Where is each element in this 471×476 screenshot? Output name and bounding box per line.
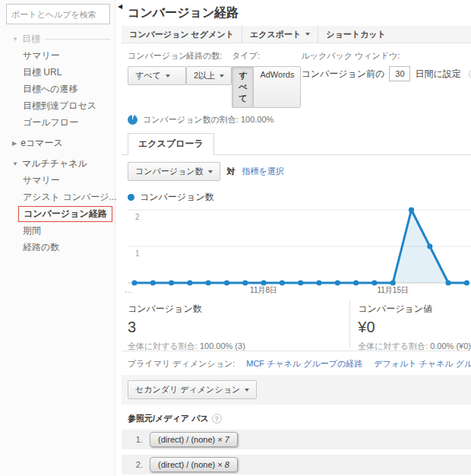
path-chip[interactable]: (direct) / (none) × 8 [150, 457, 238, 472]
secondary-dimension-dropdown[interactable]: セカンダリ ディメンション [128, 380, 257, 399]
svg-text:11月8日: 11月8日 [250, 286, 277, 294]
summary-value: 3 [128, 316, 349, 336]
dropdown-value: 2以上 [194, 70, 215, 81]
sidebar-item-time-lag[interactable]: 期間 [0, 222, 115, 239]
lookback-prefix: コンバージョン前の [301, 68, 384, 81]
row-index: 2. [131, 460, 143, 469]
conversions-line-chart[interactable]: 1211月8日11月15日… [122, 205, 471, 298]
path-label: (direct) / (none) [158, 435, 215, 444]
button-label: ショートカット [326, 29, 386, 40]
svg-text:2: 2 [135, 213, 140, 221]
dropdown-value: セカンダリ ディメンション [135, 384, 240, 395]
type-toggle-adwords[interactable]: AdWords [253, 66, 301, 108]
chevron-down-icon [166, 75, 170, 78]
sidebar-section-label: eコマース [21, 137, 63, 150]
chevron-down-icon [245, 389, 249, 392]
metric-selector-row: コンバージョン数 対 指標を選択 [122, 155, 471, 181]
summary-conversions: コンバージョン数 3 全体に対する割合: 100.00% (3) [122, 301, 349, 347]
metric-dropdown[interactable]: コンバージョン数 [128, 162, 220, 181]
sidebar-item-label: 目標への遷移 [23, 83, 78, 96]
pie-chart-icon [128, 115, 138, 125]
sidebar-item-label: 期間 [23, 224, 41, 237]
summary-conversion-value: コンバージョン値 ¥0 全体に対する割合: 0.00% (¥0) [349, 301, 471, 347]
dimension-mcf-channel-path[interactable]: MCF チャネル グループの経路 [246, 358, 362, 370]
tab-explorer[interactable]: エクスプローラ [128, 133, 214, 155]
secondary-dimension-bar: セカンダリ ディメンション [122, 375, 471, 405]
summary-row: コンバージョン数 3 全体に対する割合: 100.00% (3) コンバージョン… [122, 301, 471, 351]
report-sidebar: ▼ 目標 サマリー 目標 URL 目標への遷移 目標到達プロセス ゴールフロー … [0, 0, 115, 476]
dimension-default-channel-path[interactable]: デフォルト チャネル グループのパス [374, 358, 471, 370]
filters-bar: コンバージョン: すべて 経路の数: 2以上 タイプ: すべて AdWords [122, 43, 471, 108]
triangle-down-icon: ▼ [12, 36, 18, 43]
summary-label: コンバージョン数 [128, 301, 349, 316]
summary-label: コンバージョン値 [358, 301, 471, 316]
sidebar-item-label: ゴールフロー [23, 116, 78, 129]
chevron-down-icon [208, 170, 213, 173]
dropdown-value: コンバージョン数 [135, 166, 204, 177]
explorer-tabbar: エクスプローラ [122, 133, 471, 155]
share-value: 0.00% (¥0) [430, 341, 471, 351]
type-toggle-all[interactable]: すべて [232, 66, 253, 108]
page-title: コンバージョン経路 [122, 0, 471, 26]
selected-report-highlight: コンバージョン経路 [18, 206, 112, 222]
sidebar-item-goal-url[interactable]: 目標 URL [0, 64, 115, 81]
table-row: 2. (direct) / (none) × 8 [122, 455, 471, 474]
svg-text:11月15日: 11月15日 [377, 286, 409, 294]
sidebar-section-label: 目標 [22, 33, 40, 46]
sidebar-section-goals[interactable]: ▼ 目標 [0, 30, 115, 47]
report-nav: ▼ 目標 サマリー 目標 URL 目標への遷移 目標到達プロセス ゴールフロー … [0, 30, 115, 255]
help-icon[interactable]: ? [212, 414, 222, 424]
sidebar-item-mcf-summary[interactable]: サマリー [0, 172, 115, 189]
table-header-label: 参照元/メディア パス [128, 413, 209, 424]
sidebar-item-goal-reverse-path[interactable]: 目標への遷移 [0, 81, 115, 97]
sidebar-item-label: 目標 URL [23, 66, 62, 79]
type-toggle: すべて AdWords [232, 66, 301, 108]
chevron-down-icon [305, 33, 310, 36]
sidebar-section-multichannel[interactable]: ▼ マルチチャネル [0, 155, 115, 172]
share-value: 100.00% (3) [200, 341, 245, 351]
shortcut-button[interactable]: ショートカット [318, 26, 394, 43]
chart-legend: コンバージョン数 [122, 181, 471, 204]
type-filter-label: タイプ: [232, 50, 301, 62]
sidebar-item-goal-summary[interactable]: サマリー [0, 47, 115, 64]
sidebar-item-label: サマリー [23, 49, 60, 62]
conversion-segments-button[interactable]: コンバージョン セグメント [122, 26, 242, 43]
legend-dot-icon [128, 194, 134, 201]
report-content: コンバージョン経路 コンバージョン セグメント エクスポート ショートカット コ… [122, 0, 471, 476]
export-button[interactable]: エクスポート [242, 26, 318, 43]
sidebar-item-goal-funnel[interactable]: 目標到達プロセス [0, 97, 115, 114]
report-toolbar: コンバージョン セグメント エクスポート ショートカット [122, 26, 471, 43]
path-length-dropdown[interactable]: 2以上 [186, 66, 232, 85]
triangle-right-icon: ▶ [12, 140, 17, 147]
select-metric-link[interactable]: 指標を選択 [242, 166, 284, 177]
sidebar-section-label: マルチチャネル [22, 157, 87, 170]
lookback-days-input[interactable] [389, 66, 410, 81]
share-note-text: コンバージョン数の割合: 100.00% [143, 114, 273, 125]
vs-label: 対 [227, 166, 236, 177]
button-label: エクスポート [250, 29, 301, 40]
path-multiplier: × 8 [217, 460, 229, 469]
path-multiplier: × 7 [217, 435, 229, 444]
sidebar-item-assisted-conversions[interactable]: アシスト コンバージ... [0, 189, 115, 205]
button-label: コンバージョン セグメント [129, 29, 234, 40]
sidebar-item-path-length[interactable]: 経路の数 [0, 239, 115, 255]
conversion-filter-dropdown[interactable]: すべて [128, 66, 186, 85]
sidebar-item-label: サマリー [23, 174, 60, 187]
table-row: 1. (direct) / (none) × 7 [122, 430, 471, 449]
summary-value: ¥0 [358, 316, 471, 336]
lookback-window-label: ルックバック ウィンドウ: [301, 50, 471, 62]
search-input[interactable] [6, 4, 110, 24]
path-table: 1. (direct) / (none) × 7 2. (direct) / (… [122, 430, 471, 476]
sidebar-item-label: 目標到達プロセス [23, 100, 96, 113]
sidebar-section-ecommerce[interactable]: ▶ eコマース [0, 135, 115, 151]
conversion-filter-label: コンバージョン: [128, 50, 186, 62]
divider [45, 39, 110, 40]
sidebar-item-conversion-paths[interactable]: コンバージョン経路 [0, 205, 115, 222]
chevron-down-icon [220, 75, 224, 78]
primary-dimension-row: プライマリ ディメンション: MCF チャネル グループの経路 デフォルト チャ… [122, 351, 471, 375]
svg-text:…: … [125, 286, 132, 294]
legend-label: コンバージョン数 [140, 191, 214, 204]
lookback-suffix: 日間に設定 [415, 68, 460, 81]
sidebar-item-goal-flow[interactable]: ゴールフロー [0, 114, 115, 131]
path-chip[interactable]: (direct) / (none) × 7 [150, 432, 238, 447]
